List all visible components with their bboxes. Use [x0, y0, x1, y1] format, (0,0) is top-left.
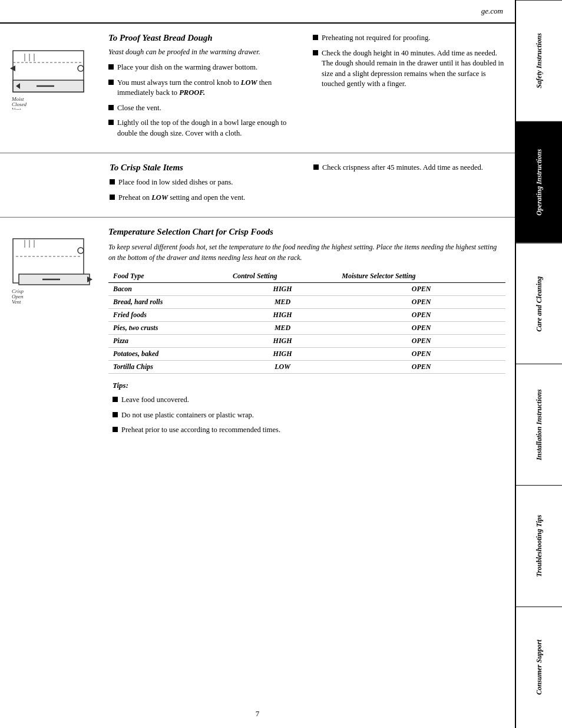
list-item: Do not use plastic containers or plastic…: [113, 410, 496, 421]
section2-left: To Crisp Stale Items Place food in low s…: [110, 163, 302, 207]
table-cell: OPEN: [337, 283, 505, 296]
table-row: Tortilla ChipsLOWOPEN: [108, 361, 505, 374]
drawer-illustration-crisp: Crisp Open Vent: [7, 227, 98, 304]
tab-installation-instructions[interactable]: Installation Instructions: [516, 364, 562, 485]
list-item: Preheat prior to use according to recomm…: [113, 425, 496, 436]
svg-point-5: [78, 65, 84, 71]
page-number: 7: [0, 709, 515, 719]
table-cell: Pizza: [108, 335, 228, 348]
svg-text:Vent: Vent: [12, 299, 21, 304]
table-cell: Tortilla Chips: [108, 361, 228, 374]
list-item: Place food in low sided dishes or pans.: [110, 177, 302, 188]
table-cell: HIGH: [228, 348, 337, 361]
table-cell: Fried foods: [108, 309, 228, 322]
table-cell: Bacon: [108, 283, 228, 296]
section-crisp-stale: To Crisp Stale Items Place food in low s…: [0, 153, 515, 218]
list-item: Leave food uncovered.: [113, 395, 496, 406]
bullet-icon: [108, 105, 114, 110]
list-item: Lightly oil the top of the dough in a bo…: [108, 118, 301, 139]
bullet-icon: [110, 179, 115, 185]
chart-section-inner: Crisp Open Vent Temperature Selection Ch…: [7, 227, 505, 374]
svg-text:Vent: Vent: [12, 107, 21, 110]
section-proof-yeast: Moist Closed Vent To Proof Yeast Bread D…: [0, 24, 515, 153]
section2-title: To Crisp Stale Items: [110, 163, 302, 173]
section1-body: To Proof Yeast Bread Dough Yeast dough c…: [108, 33, 505, 143]
section-temp-chart: Crisp Open Vent Temperature Selection Ch…: [0, 218, 515, 457]
bullet-icon: [108, 64, 114, 70]
right-sidebar: Safety Instructions Operating Instructio…: [515, 0, 562, 728]
list-item: Check crispness after 45 minutes. Add ti…: [313, 163, 505, 173]
tab-care-cleaning[interactable]: Care and Cleaning: [516, 243, 562, 364]
bullet-icon: [108, 120, 114, 125]
table-row: BaconHIGHOPEN: [108, 283, 505, 296]
table-row: Pies, two crustsMEDOPEN: [108, 322, 505, 335]
table-cell: MED: [228, 296, 337, 309]
tips-section: Tips: Leave food uncovered. Do not use p…: [105, 374, 505, 447]
table-cell: HIGH: [228, 283, 337, 296]
col-header-moisture-setting: Moisture Selector Setting: [337, 270, 505, 283]
col-header-control-setting: Control Setting: [228, 270, 337, 283]
table-cell: MED: [228, 322, 337, 335]
bullet-icon: [108, 80, 114, 85]
table-cell: OPEN: [337, 296, 505, 309]
table-cell: Bread, hard rolls: [108, 296, 228, 309]
col-header-food-type: Food Type: [108, 270, 228, 283]
section2-right: Check crispness after 45 minutes. Add ti…: [313, 163, 505, 207]
svg-point-21: [78, 248, 84, 253]
list-item: Preheating not required for proofing.: [313, 33, 505, 44]
table-cell: Pies, two crusts: [108, 322, 228, 335]
table-cell: Potatoes, baked: [108, 348, 228, 361]
drawer-illustration-proof: Moist Closed Vent: [7, 33, 98, 110]
bullet-icon: [110, 195, 115, 200]
table-row: Bread, hard rollsMEDOPEN: [108, 296, 505, 309]
section1-subtitle: Yeast dough can be proofed in the warmin…: [108, 48, 301, 57]
section1-title: To Proof Yeast Bread Dough: [108, 33, 301, 43]
chart-subtitle: To keep several different foods hot, set…: [108, 242, 505, 263]
table-cell: HIGH: [228, 309, 337, 322]
table-cell: OPEN: [337, 335, 505, 348]
bullet-icon: [313, 164, 319, 170]
section1-left: To Proof Yeast Bread Dough Yeast dough c…: [108, 33, 301, 143]
list-item: Preheat on LOW setting and open the vent…: [110, 193, 302, 203]
tab-operating-instructions[interactable]: Operating Instructions: [516, 121, 562, 243]
tab-safety-instructions[interactable]: Safety Instructions: [516, 0, 562, 121]
bullet-icon: [113, 427, 118, 432]
table-row: Fried foodsHIGHOPEN: [108, 309, 505, 322]
table-row: Potatoes, bakedHIGHOPEN: [108, 348, 505, 361]
table-cell: OPEN: [337, 361, 505, 374]
top-bar: ge.com: [0, 0, 562, 24]
table-cell: LOW: [228, 361, 337, 374]
list-item: You must always turn the control knob to…: [108, 78, 301, 98]
table-cell: OPEN: [337, 348, 505, 361]
chart-title: Temperature Selection Chart for Crisp Fo…: [108, 227, 505, 237]
table-cell: OPEN: [337, 322, 505, 335]
food-chart-table: Food Type Control Setting Moisture Selec…: [108, 270, 505, 374]
tips-title: Tips:: [113, 381, 496, 390]
tab-troubleshooting-tips[interactable]: Troubleshooting Tips: [516, 485, 562, 607]
chart-content: Temperature Selection Chart for Crisp Fo…: [108, 227, 505, 374]
list-item: Check the dough height in 40 minutes. Ad…: [313, 48, 505, 90]
table-cell: OPEN: [337, 309, 505, 322]
tab-consumer-support[interactable]: Consumer Support: [516, 607, 562, 728]
section3-image: Crisp Open Vent: [7, 227, 101, 374]
bullet-icon: [313, 50, 318, 55]
table-cell: HIGH: [228, 335, 337, 348]
website-label: ge.com: [481, 6, 503, 16]
main-content: Moist Closed Vent To Proof Yeast Bread D…: [0, 24, 515, 457]
section2-body: To Crisp Stale Items Place food in low s…: [110, 163, 505, 207]
section1-right: Preheating not required for proofing. Ch…: [313, 33, 505, 143]
section1-image: Moist Closed Vent: [7, 33, 101, 143]
list-item: Close the vent.: [108, 103, 301, 114]
bullet-icon: [113, 412, 118, 417]
bullet-icon: [313, 35, 318, 40]
bullet-icon: [113, 397, 118, 402]
list-item: Place your dish on the warming drawer bo…: [108, 62, 301, 73]
table-row: PizzaHIGHOPEN: [108, 335, 505, 348]
